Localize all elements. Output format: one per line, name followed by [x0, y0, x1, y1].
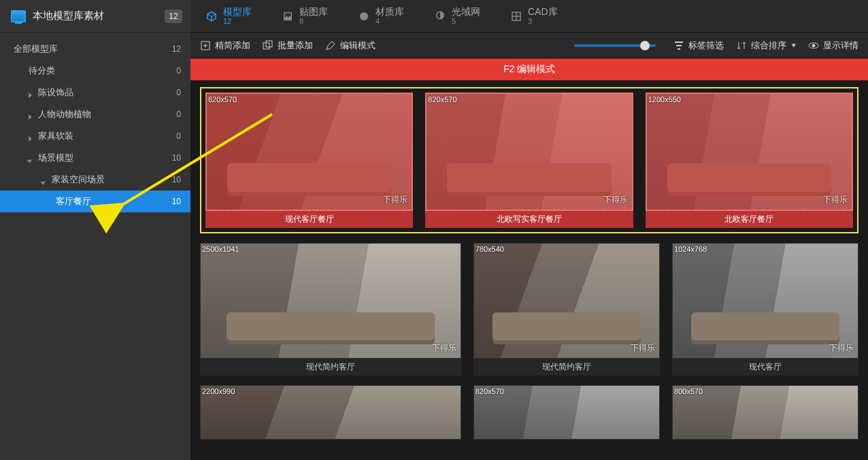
cube-icon: [205, 10, 218, 22]
model-gallery[interactable]: 820x570 下得乐 现代客厅餐厅 820x570 下得乐 北欧写实客厅餐厅 …: [190, 80, 868, 460]
dimension-label: 820x570: [208, 95, 237, 103]
sort-button[interactable]: 综合排序 ▾: [736, 39, 796, 52]
tree-count: 0: [176, 66, 181, 76]
tab-count: 12: [223, 17, 252, 26]
tab-material-library[interactable]: 材质库4: [343, 0, 419, 32]
chevron-right-icon: [29, 133, 34, 139]
tree-furniture[interactable]: 家具软装 0: [0, 125, 190, 147]
button-label: 批量添加: [278, 39, 313, 52]
light-icon: [434, 10, 446, 22]
tab-label: 贴图库: [299, 6, 328, 17]
batch-add-button[interactable]: 批量添加: [263, 39, 313, 52]
chevron-right-icon: [29, 90, 34, 95]
gallery-row: 2200x990 820x570 800x570: [200, 385, 858, 440]
watermark: 下得乐: [823, 194, 848, 206]
model-card[interactable]: 820x570 下得乐 北欧写实客厅餐厅: [425, 93, 633, 228]
dimension-label: 800x570: [674, 387, 703, 395]
tree-decorations[interactable]: 陈设饰品 0: [0, 82, 190, 103]
model-card[interactable]: 780x540 下得乐 现代简约客厅: [473, 243, 660, 376]
tree-home-space-scene[interactable]: 家装空间场景 10: [0, 169, 190, 191]
card-title: 北欧客厅餐厅: [646, 211, 853, 228]
tree-label: 陈设饰品: [38, 86, 73, 99]
card-title: 现代客厅: [672, 359, 858, 376]
svg-point-0: [360, 12, 368, 20]
tree-all-models[interactable]: 全部模型库 12: [0, 38, 190, 60]
model-card[interactable]: 820x570 下得乐 现代客厅餐厅: [205, 93, 413, 228]
tab-cad-library[interactable]: CAD库3: [495, 0, 573, 32]
tag-filter-button[interactable]: 标签筛选: [673, 39, 724, 52]
thumbnail[interactable]: 820x570 下得乐: [205, 93, 413, 211]
model-card[interactable]: 820x570: [473, 385, 660, 440]
tab-label: 模型库: [223, 6, 252, 17]
svg-point-7: [812, 44, 815, 47]
chevron-down-icon: [42, 177, 48, 182]
thumbnail[interactable]: 820x570 下得乐: [425, 93, 633, 211]
tree-label: 场景模型: [38, 152, 73, 164]
model-card[interactable]: 1024x768 下得乐 现代客厅: [672, 243, 858, 376]
thumbnail[interactable]: 800x570: [672, 385, 858, 440]
show-detail-button[interactable]: 显示详情: [808, 39, 858, 52]
simple-add-button[interactable]: 精简添加: [200, 39, 250, 52]
tree-label: 待分类: [29, 65, 55, 77]
watermark: 下得乐: [603, 194, 628, 206]
tree-scene-models[interactable]: 场景模型 10: [0, 147, 190, 169]
tree-count: 10: [172, 153, 181, 163]
card-title: 北欧写实客厅餐厅: [425, 211, 633, 228]
thumbnail[interactable]: 820x570: [473, 385, 660, 440]
button-label: 综合排序: [751, 39, 786, 52]
banner-text: F2 编辑模式: [503, 63, 555, 76]
model-card[interactable]: 1200x550 下得乐 北欧客厅餐厅: [646, 93, 853, 228]
watermark: 下得乐: [631, 342, 655, 354]
tree-count: 0: [176, 131, 181, 141]
button-label: 精简添加: [215, 39, 250, 52]
card-title: 现代客厅餐厅: [205, 211, 413, 228]
slider-knob[interactable]: [640, 41, 650, 50]
category-tree: 全部模型库 12 待分类 0 陈设饰品 0 人物动物植物 0 家具软装 0 场景…: [0, 33, 190, 218]
tree-uncategorized[interactable]: 待分类 0: [0, 60, 190, 82]
thumbnail[interactable]: 2200x990: [200, 385, 461, 440]
card-title: 现代简约客厅: [473, 359, 660, 376]
tab-count: 8: [299, 17, 328, 26]
sidebar-count-badge: 12: [165, 10, 182, 23]
sidebar: 本地模型库素材 12 全部模型库 12 待分类 0 陈设饰品 0 人物动物植物 …: [0, 0, 190, 460]
tree-living-dining-room[interactable]: 客厅餐厅 10: [0, 191, 190, 212]
thumbnail[interactable]: 1024x768 下得乐: [672, 243, 858, 359]
tree-people-animals-plants[interactable]: 人物动物植物 0: [0, 103, 190, 125]
dimension-label: 2500x1041: [202, 245, 239, 253]
card-title: 现代简约客厅: [200, 359, 461, 376]
thumbnail[interactable]: 1200x550 下得乐: [646, 93, 853, 211]
sidebar-header: 本地模型库素材 12: [0, 0, 190, 33]
edit-icon: [325, 40, 336, 51]
add-simple-icon: [200, 40, 211, 51]
tab-model-library[interactable]: 模型库12: [190, 0, 267, 32]
image-icon: [282, 10, 294, 22]
tab-label: 光域网: [452, 6, 480, 17]
dimension-label: 820x570: [475, 387, 504, 395]
tab-ies-library[interactable]: 光域网5: [419, 0, 495, 32]
tab-texture-library[interactable]: 贴图库8: [267, 0, 343, 32]
tab-label: CAD库: [528, 6, 558, 17]
thumbnail[interactable]: 2500x1041 下得乐: [200, 243, 461, 359]
thumbnail[interactable]: 780x540 下得乐: [473, 243, 660, 359]
chevron-down-icon: ▾: [792, 41, 796, 50]
model-card[interactable]: 800x570: [672, 385, 858, 440]
tree-label: 全部模型库: [14, 43, 58, 55]
eye-icon: [808, 40, 819, 51]
watermark: 下得乐: [432, 342, 456, 354]
main: 模型库12 贴图库8 材质库4 光域网5 CAD库3 精简添加 批量添加: [190, 0, 868, 460]
model-card[interactable]: 2200x990: [200, 385, 461, 440]
sidebar-title: 本地模型库素材: [33, 10, 165, 22]
chevron-right-icon: [29, 112, 34, 117]
tab-count: 3: [528, 17, 558, 26]
edit-mode-button[interactable]: 编辑模式: [325, 39, 375, 52]
tree-label: 家装空间场景: [52, 174, 105, 186]
cad-icon: [510, 10, 522, 22]
tab-count: 5: [452, 17, 480, 26]
thumbnail-size-slider[interactable]: [574, 44, 656, 47]
dimension-label: 2200x990: [202, 387, 235, 395]
model-card[interactable]: 2500x1041 下得乐 现代简约客厅: [200, 243, 461, 376]
material-icon: [358, 10, 370, 22]
watermark: 下得乐: [829, 342, 854, 354]
tree-count: 10: [172, 175, 181, 184]
tab-count: 4: [375, 17, 404, 26]
